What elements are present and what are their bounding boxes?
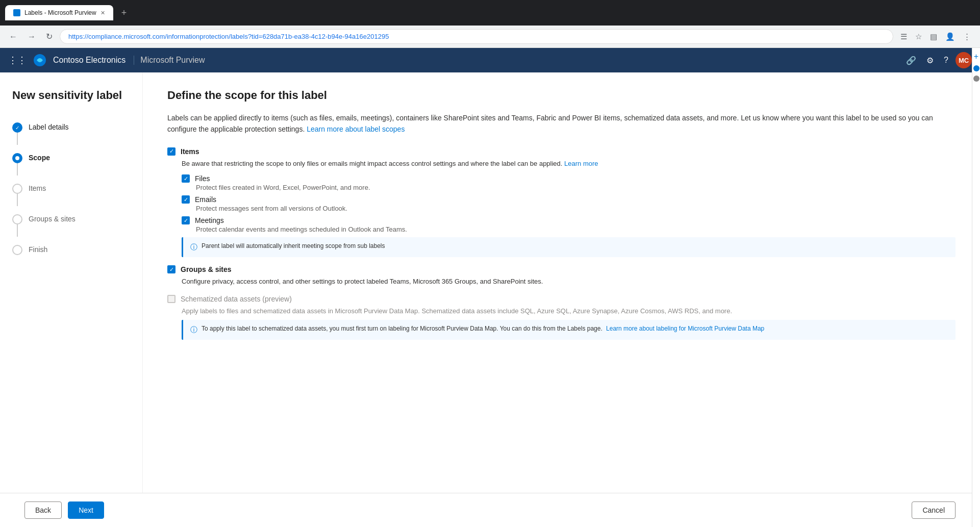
meetings-checkbox[interactable] — [182, 216, 190, 224]
schematized-info-banner: ⓘ To apply this label to schematized dat… — [182, 320, 956, 340]
meetings-sub-item: Meetings Protect calendar events and mee… — [182, 216, 956, 257]
forward-button[interactable]: → — [24, 29, 39, 44]
step-label-groups-sites: Groups & sites — [29, 214, 76, 223]
nav-steps: ✓ Label details Scope — [12, 118, 130, 259]
section-title: Define the scope for this label — [167, 89, 956, 102]
nav-step-items[interactable]: Items — [12, 180, 130, 210]
help-icon[interactable]: ? — [941, 53, 951, 68]
step-line-1 — [17, 133, 18, 145]
step-circle-scope — [12, 153, 22, 163]
description-text: Labels can be applied directly to items … — [167, 112, 956, 135]
right-sidebar: + — [972, 48, 980, 527]
info-icon: ⓘ — [190, 243, 197, 252]
files-sub-item: Files Protect files created in Word, Exc… — [182, 174, 956, 191]
schematized-label: Schematized data assets (preview) — [181, 295, 292, 303]
step-line-3 — [17, 194, 18, 206]
items-warning: Be aware that restricting the scope to o… — [182, 159, 956, 169]
meetings-label: Meetings — [195, 216, 224, 224]
step-circle-label-details: ✓ — [12, 122, 22, 133]
files-label: Files — [195, 174, 210, 183]
back-button[interactable]: Back — [24, 501, 62, 519]
groups-sites-checkbox[interactable] — [167, 265, 175, 273]
right-sidebar-icon-1[interactable] — [973, 65, 979, 71]
items-checkbox[interactable] — [167, 147, 175, 156]
files-description: Protect files created in Word, Excel, Po… — [196, 184, 956, 191]
checkmark-icon: ✓ — [15, 125, 19, 131]
avatar[interactable]: MC — [956, 52, 972, 68]
schematized-learn-more-link[interactable]: Learn more about labeling for Microsoft … — [606, 325, 764, 332]
meetings-info-banner: ⓘ Parent label will automatically inheri… — [182, 237, 956, 257]
back-button[interactable]: ← — [6, 29, 20, 44]
meetings-info-text: Parent label will automatically inherit … — [202, 242, 385, 249]
cancel-button[interactable]: Cancel — [912, 501, 956, 519]
new-tab-button[interactable]: + — [117, 6, 131, 20]
groups-sites-scope-section: Groups & sites Configure privacy, access… — [167, 265, 956, 287]
step-line-4 — [17, 224, 18, 237]
nav-step-scope[interactable]: Scope — [12, 149, 130, 180]
info-icon-2: ⓘ — [190, 325, 197, 335]
settings-icon[interactable]: ⚙ — [923, 53, 937, 68]
meetings-description: Protect calendar events and meetings sch… — [196, 225, 956, 233]
step-label-finish: Finish — [29, 245, 47, 254]
groups-sites-description: Configure privacy, access control, and o… — [182, 277, 956, 287]
profile-icon[interactable]: 👤 — [942, 29, 958, 44]
bookmark-icon[interactable]: ☆ — [912, 29, 925, 44]
schematized-info-text: To apply this label to schematized data … — [202, 325, 764, 332]
footer: Back Next Cancel — [0, 493, 980, 527]
nav-step-groups-sites[interactable]: Groups & sites — [12, 210, 130, 241]
learn-more-scope-link[interactable]: Learn more about label scopes — [307, 125, 405, 133]
extensions-icon[interactable]: ▤ — [927, 29, 940, 44]
nav-step-finish[interactable]: Finish — [12, 241, 130, 259]
items-sub-items: Files Protect files created in Word, Exc… — [182, 174, 956, 257]
browser-tab-title: Labels - Microsoft Purview — [24, 9, 96, 16]
grid-menu-icon[interactable]: ⋮⋮ — [8, 55, 27, 66]
next-button[interactable]: Next — [68, 501, 104, 519]
contoso-logo-icon — [33, 53, 47, 67]
step-label-label-details: Label details — [29, 122, 69, 131]
right-sidebar-icon-2[interactable] — [973, 76, 979, 82]
items-label: Items — [181, 147, 199, 156]
items-warning-link[interactable]: Learn more — [564, 160, 598, 167]
app-logo — [33, 53, 47, 67]
refresh-button[interactable]: ↻ — [43, 29, 56, 44]
step-circle-finish — [12, 245, 22, 255]
emails-sub-item: Emails Protect messages sent from all ve… — [182, 195, 956, 212]
items-scope-section: Items Be aware that restricting the scop… — [167, 147, 956, 258]
page-title: New sensitivity label — [12, 89, 130, 102]
step-circle-groups-sites — [12, 214, 22, 224]
browser-favicon — [13, 9, 20, 16]
files-checkbox[interactable] — [182, 174, 190, 183]
content-area: Define the scope for this label Labels c… — [143, 72, 980, 527]
left-nav: New sensitivity label ✓ Label details — [0, 72, 143, 527]
schematized-checkbox[interactable] — [167, 295, 175, 303]
nav-step-label-details[interactable]: ✓ Label details — [12, 118, 130, 149]
app-name-label: Contoso Electronics — [53, 56, 125, 65]
schematized-scope-section: Schematized data assets (preview) Apply … — [167, 295, 956, 340]
step-label-scope: Scope — [29, 153, 50, 162]
right-sidebar-add-icon[interactable]: + — [974, 52, 978, 61]
step-label-items: Items — [29, 184, 46, 192]
emails-checkbox[interactable] — [182, 195, 190, 204]
address-bar[interactable] — [60, 29, 893, 44]
schematized-description: Apply labels to files and schematized da… — [182, 306, 956, 316]
reader-mode-icon[interactable]: ☰ — [897, 29, 910, 44]
emails-description: Protect messages sent from all versions … — [196, 205, 956, 212]
share-icon[interactable]: 🔗 — [903, 53, 919, 68]
step-line-2 — [17, 163, 18, 175]
step-circle-items — [12, 184, 22, 194]
groups-sites-label: Groups & sites — [181, 265, 232, 273]
more-options-icon[interactable]: ⋮ — [960, 29, 974, 44]
close-tab-button[interactable]: ✕ — [100, 10, 105, 16]
emails-label: Emails — [195, 195, 216, 204]
product-name-label: Microsoft Purview — [134, 56, 205, 65]
